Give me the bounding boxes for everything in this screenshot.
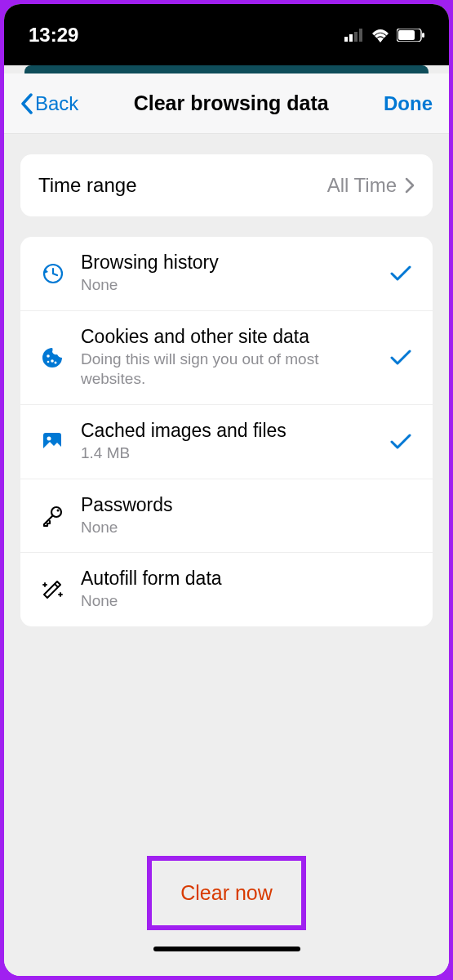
svg-point-8 (47, 354, 50, 358)
option-title: Cached images and files (81, 420, 387, 442)
svg-rect-6 (422, 33, 424, 38)
svg-point-11 (47, 361, 50, 363)
svg-rect-2 (354, 32, 358, 42)
clear-now-button[interactable]: Clear now (180, 881, 273, 905)
option-cookies[interactable]: Cookies and other site data Doing this w… (20, 311, 433, 405)
svg-rect-0 (344, 37, 348, 42)
svg-point-9 (51, 359, 54, 363)
background-strip (24, 65, 429, 74)
svg-point-10 (55, 361, 57, 363)
wifi-icon (371, 28, 390, 42)
svg-point-13 (47, 436, 51, 440)
page-title: Clear browsing data (134, 91, 329, 115)
nav-bar: Back Clear browsing data Done (4, 74, 449, 134)
option-title: Cookies and other site data (81, 326, 387, 348)
back-label: Back (35, 92, 78, 115)
time-range-label: Time range (38, 174, 137, 197)
checkmark-icon (390, 434, 411, 450)
checkmark-icon (390, 265, 411, 282)
option-title: Autofill form data (81, 568, 387, 590)
time-range-row[interactable]: Time range All Time (20, 154, 433, 216)
image-icon (41, 430, 64, 453)
option-subtitle: 1.4 MB (81, 443, 387, 464)
svg-point-15 (57, 509, 60, 511)
status-icons (344, 28, 424, 42)
option-subtitle: Doing this will sign you out of most web… (81, 350, 387, 390)
checkmark-icon (390, 350, 411, 366)
key-icon (41, 505, 64, 528)
option-autofill[interactable]: Autofill form data None (20, 553, 433, 626)
svg-point-14 (51, 507, 61, 517)
option-title: Passwords (81, 494, 387, 516)
time-range-card: Time range All Time (20, 154, 433, 216)
options-card: Browsing history None Cookies and other … (20, 237, 433, 626)
history-icon (41, 262, 64, 285)
annotation-highlight: Clear now (147, 856, 306, 930)
option-passwords[interactable]: Passwords None (20, 479, 433, 554)
time-range-value: All Time (327, 174, 397, 197)
battery-icon (397, 29, 424, 42)
back-button[interactable]: Back (20, 92, 78, 115)
home-indicator[interactable] (153, 947, 300, 951)
chevron-left-icon (20, 93, 33, 114)
status-time: 13:29 (29, 24, 78, 47)
status-bar: 13:29 (4, 4, 449, 65)
option-subtitle: None (81, 275, 387, 296)
wand-icon (41, 578, 64, 601)
option-subtitle: None (81, 518, 387, 538)
cookie-icon (41, 346, 64, 369)
option-cached[interactable]: Cached images and files 1.4 MB (20, 405, 433, 479)
svg-rect-3 (359, 29, 362, 42)
cellular-icon (344, 29, 364, 42)
chevron-right-icon (405, 177, 415, 194)
option-browsing-history[interactable]: Browsing history None (20, 237, 433, 311)
option-subtitle: None (81, 591, 387, 612)
svg-rect-5 (398, 30, 415, 40)
svg-rect-1 (349, 34, 353, 42)
option-title: Browsing history (81, 252, 387, 274)
bottom-area: Clear now (4, 856, 449, 976)
done-button[interactable]: Done (384, 92, 433, 115)
content-area: Time range All Time Browsing history Non… (4, 134, 449, 976)
